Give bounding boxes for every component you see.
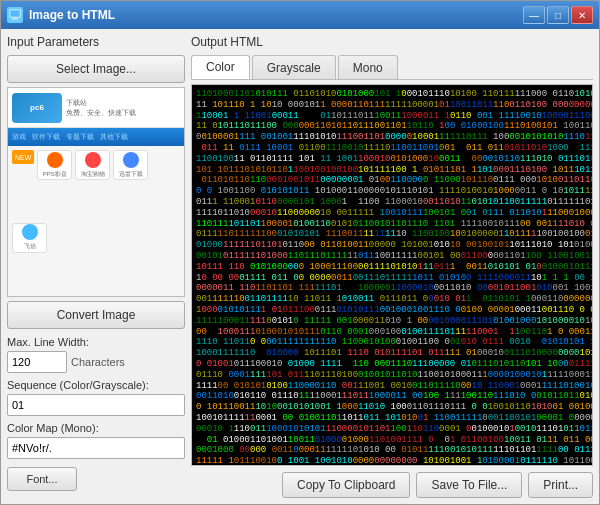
tab-color-label: Color: [206, 60, 235, 74]
bottom-buttons: Copy To Clipboard Save To File... Print.…: [191, 470, 593, 498]
nav-item-1: 游戏: [12, 132, 26, 142]
left-panel: Input Parameters Select Image... pc6 下载站…: [7, 35, 185, 498]
copy-clipboard-button[interactable]: Copy To Clipboard: [282, 472, 411, 498]
close-button[interactable]: ✕: [571, 6, 593, 24]
preview-icon-pps: PPS影音: [37, 150, 72, 180]
taobao-icon: [85, 152, 101, 168]
xunlei-label: 迅雷下载: [119, 170, 143, 179]
new-badge: NEW: [12, 150, 34, 164]
image-preview: pc6 下载站免费、安全、快速下载 游戏 软件下载 专题下载 其他下载: [7, 87, 185, 297]
preview-header: pc6 下载站免费、安全、快速下载: [8, 88, 184, 128]
save-file-button[interactable]: Save To File...: [416, 472, 522, 498]
tab-mono-label: Mono: [353, 61, 383, 75]
tab-mono[interactable]: Mono: [338, 55, 398, 79]
preview-nav: 游戏 软件下载 专题下载 其他下载: [8, 128, 184, 146]
preview-icon-taobao: 淘宝购物: [75, 150, 110, 180]
nav-item-4: 其他下载: [100, 132, 128, 142]
preview-logo-subtext: 下载站免费、安全、快速下载: [66, 98, 136, 116]
title-bar: Image to HTML — □ ✕: [1, 1, 599, 29]
nav-item-2: 软件下载: [32, 132, 60, 142]
tab-color[interactable]: Color: [191, 55, 250, 79]
sequence-input[interactable]: [7, 394, 185, 416]
line-width-label: Max. Line Width:: [7, 336, 185, 348]
preview-body: NEW PPS影音 淘宝购物 迅雷下载: [8, 146, 184, 296]
window-title: Image to HTML: [29, 8, 523, 22]
print-button[interactable]: Print...: [528, 472, 593, 498]
svg-rect-2: [10, 10, 20, 17]
main-window: Image to HTML — □ ✕ Input Parameters Sel…: [0, 0, 600, 505]
minimize-button[interactable]: —: [523, 6, 545, 24]
pps-label: PPS影音: [43, 170, 67, 179]
taobao-label: 淘宝购物: [81, 170, 105, 179]
font-button[interactable]: Font...: [7, 467, 77, 491]
preview-icon-xunlei: 迅雷下载: [113, 150, 148, 180]
output-area: 11010001101010111 011010100101000101 100…: [191, 84, 593, 466]
convert-image-button[interactable]: Convert Image: [7, 301, 185, 329]
preview-icon-feixin: 飞信: [12, 223, 47, 253]
input-params-title: Input Parameters: [7, 35, 185, 49]
line-width-unit: Characters: [71, 356, 125, 368]
nav-item-3: 专题下载: [66, 132, 94, 142]
preview-page: pc6 下载站免费、安全、快速下载 游戏 软件下载 专题下载 其他下载: [8, 88, 184, 296]
main-content: Input Parameters Select Image... pc6 下载站…: [1, 29, 599, 504]
app-icon: [7, 7, 23, 23]
line-width-row: Characters: [7, 351, 185, 373]
tab-grayscale[interactable]: Grayscale: [252, 55, 336, 79]
preview-inner: pc6 下载站免费、安全、快速下载 游戏 软件下载 专题下载 其他下载: [8, 88, 184, 296]
params-section: Max. Line Width: Characters Sequence (Co…: [7, 333, 185, 459]
select-image-button[interactable]: Select Image...: [7, 55, 185, 83]
svg-rect-1: [12, 18, 18, 20]
sequence-label: Sequence (Color/Grayscale):: [7, 379, 185, 391]
preview-logo: pc6: [12, 93, 62, 123]
preview-logo-text: pc6: [30, 103, 44, 112]
maximize-button[interactable]: □: [547, 6, 569, 24]
feixin-label: 飞信: [24, 242, 36, 251]
window-controls: — □ ✕: [523, 6, 593, 24]
binary-output[interactable]: 11010001101010111 011010100101000101 100…: [192, 85, 592, 465]
output-html-title: Output HTML: [191, 35, 593, 49]
xunlei-icon: [123, 152, 139, 168]
right-panel: Output HTML Color Grayscale Mono 1101000…: [191, 35, 593, 498]
tabs-header: Color Grayscale Mono: [191, 55, 593, 80]
colormap-input[interactable]: [7, 437, 185, 459]
colormap-label: Color Map (Mono):: [7, 422, 185, 434]
line-width-input[interactable]: [7, 351, 67, 373]
tab-grayscale-label: Grayscale: [267, 61, 321, 75]
pps-icon: [47, 152, 63, 168]
feixin-icon: [22, 224, 38, 240]
